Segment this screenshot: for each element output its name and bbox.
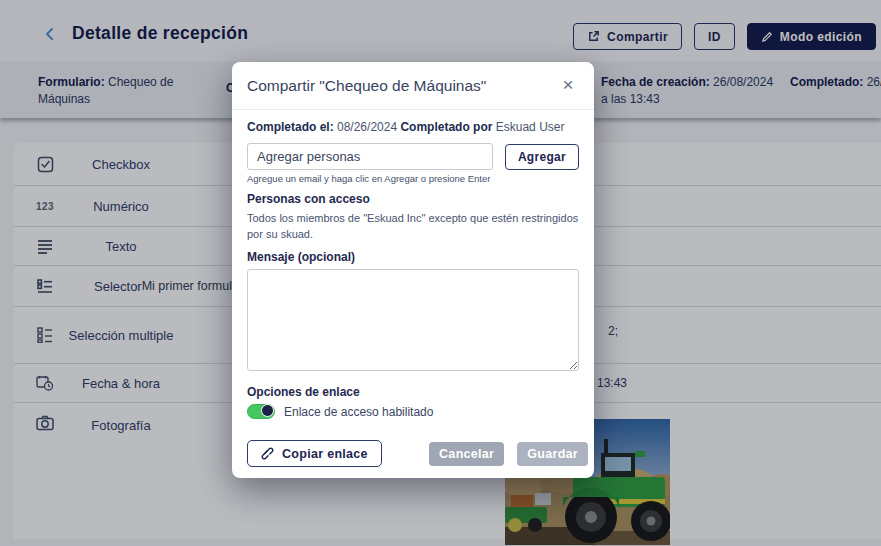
save-button[interactable]: Guardar	[517, 442, 588, 466]
copy-link-button[interactable]: Copiar enlace	[247, 440, 382, 467]
link-access-row: Enlace de acceso habilitado	[247, 404, 579, 419]
people-access-description: Todos los miembros de "Eskuad Inc" excep…	[247, 210, 581, 242]
link-access-toggle[interactable]	[247, 404, 275, 419]
add-people-hint: Agregue un email y haga clic en Agregar …	[247, 173, 507, 184]
toggle-knob	[261, 404, 274, 417]
message-label: Mensaje (opcional)	[247, 250, 579, 264]
completed-info-line: Completado el: 08/26/2024 Completado por…	[247, 120, 579, 134]
detalle-recepcion-page: Detalle de recepción Compartir ID Modo e…	[0, 0, 881, 546]
share-modal: Compartir "Chequeo de Máquinas" × Comple…	[232, 62, 594, 478]
completed-on-value: 08/26/2024	[337, 120, 397, 134]
add-people-row: Agregar	[247, 143, 579, 170]
share-modal-header: Compartir "Chequeo de Máquinas" ×	[232, 62, 594, 110]
people-access-title: Personas con acceso	[247, 192, 579, 206]
share-modal-title: Compartir "Chequeo de Máquinas"	[247, 77, 486, 95]
share-modal-body: Completado el: 08/26/2024 Completado por…	[232, 110, 594, 467]
link-options-title: Opciones de enlace	[247, 385, 579, 399]
modal-actions: Copiar enlace Cancelar Guardar	[247, 440, 579, 467]
cancel-button[interactable]: Cancelar	[429, 442, 504, 466]
copy-link-button-label: Copiar enlace	[282, 447, 368, 461]
close-icon[interactable]: ×	[556, 73, 580, 97]
completed-by-label: Completado por	[400, 120, 492, 134]
message-textarea[interactable]	[247, 269, 579, 371]
add-people-input[interactable]	[247, 143, 493, 170]
completed-by-value: Eskuad User	[496, 120, 565, 134]
link-access-toggle-label: Enlace de acceso habilitado	[284, 405, 433, 419]
link-icon	[261, 447, 274, 460]
add-button[interactable]: Agregar	[505, 144, 579, 170]
completed-on-label: Completado el:	[247, 120, 334, 134]
